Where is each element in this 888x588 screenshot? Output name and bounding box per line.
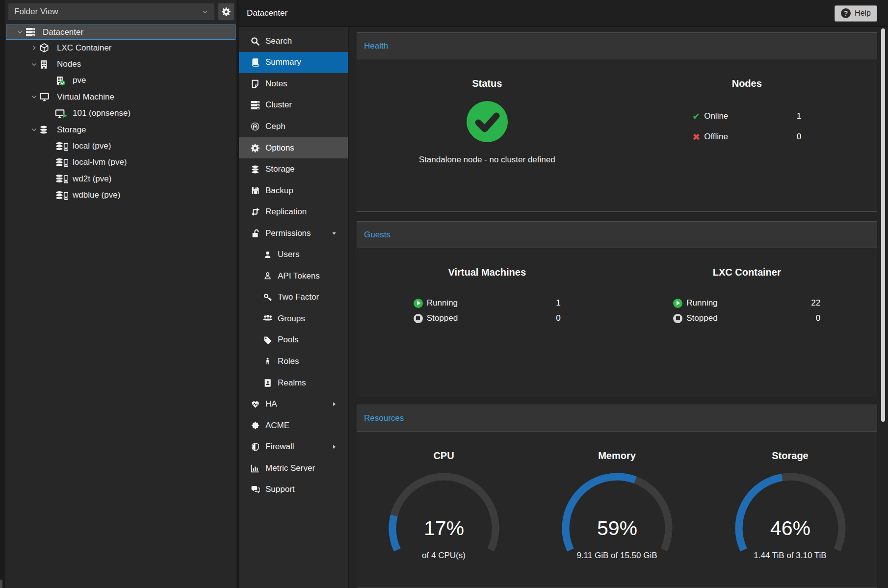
cluster-status-column: Status Standalone node - no cluster defi…	[357, 59, 617, 211]
play-circle-icon	[673, 299, 682, 308]
tree-item-pve[interactable]: pve	[5, 73, 236, 89]
cross-icon: ✖	[692, 132, 700, 142]
menu-item-groups[interactable]: Groups	[239, 308, 348, 330]
menu-item-firewall[interactable]: Firewall	[239, 436, 348, 458]
ceph-icon	[249, 122, 261, 131]
tree-settings-button[interactable]	[218, 3, 235, 21]
tree-item-virtual-machine[interactable]: Virtual Machine	[5, 89, 236, 105]
menu-item-label: Roles	[278, 357, 299, 366]
menu-item-pools[interactable]: Pools	[239, 330, 348, 351]
status-title: Status	[472, 78, 502, 89]
status-value: 0	[797, 132, 801, 142]
menu-item-label: Pools	[278, 335, 299, 345]
menu-item-metric-server[interactable]: Metric Server	[239, 458, 348, 479]
tree-toolbar: Folder View	[5, 0, 236, 24]
tree-item-label: Virtual Machine	[57, 92, 114, 102]
menu-item-label: Permissions	[265, 229, 311, 238]
menu-item-summary[interactable]: Summary	[239, 52, 348, 74]
help-button[interactable]: ? Help	[835, 5, 877, 22]
tree-item-label: Nodes	[57, 59, 81, 69]
health-panel-body: Status Standalone node - no cluster defi…	[357, 59, 877, 211]
menu-item-api-tokens[interactable]: API Tokens	[239, 265, 348, 287]
tree-expander-chevron-right-icon[interactable]	[28, 45, 39, 51]
cube-icon	[39, 43, 57, 52]
menu-item-cluster[interactable]: Cluster	[239, 95, 348, 116]
gauge-storage: Storage46%1.44 TiB of 3.10 TiB	[704, 432, 877, 588]
nodes-title: Nodes	[732, 78, 762, 89]
tree-item-wdblue-pve[interactable]: wdblue (pve)	[5, 187, 236, 204]
guests-panel-header: Guests	[357, 222, 877, 248]
menu-item-options[interactable]: Options	[239, 137, 348, 159]
resource-tree-panel: Folder View DatacenterLXC ContainerNodes…	[5, 0, 239, 588]
address-book-icon	[261, 379, 273, 387]
badge-icon	[249, 421, 261, 430]
status-value: 1	[797, 111, 801, 121]
tree-item-local-pve[interactable]: local (pve)	[5, 138, 236, 154]
menu-item-ceph[interactable]: Ceph	[239, 116, 348, 137]
tree-item-101-opnsense[interactable]: 101 (opnsense)	[5, 105, 236, 122]
status-row-online: ✔Online1	[692, 110, 801, 123]
view-mode-select[interactable]: Folder View	[8, 3, 215, 21]
gauge-percent: 46%	[770, 517, 810, 539]
menu-item-backup[interactable]: Backup	[239, 180, 348, 202]
tree-expander-chevron-down-icon[interactable]	[28, 61, 39, 68]
menu-item-permissions[interactable]: Permissions	[239, 223, 348, 244]
guests-rows: Running22Stopped0	[673, 297, 820, 325]
menu-item-two-factor[interactable]: Two Factor	[239, 287, 348, 308]
database-icon	[249, 165, 261, 174]
stop-circle-icon	[673, 314, 682, 323]
chevron-down-icon	[202, 8, 209, 15]
tree-item-storage[interactable]: Storage	[5, 122, 236, 138]
gauge-arc: 17%	[378, 468, 510, 553]
caret-right-icon	[331, 444, 337, 450]
menu-item-support[interactable]: Support	[239, 479, 348, 500]
search-icon	[249, 37, 261, 46]
menu-item-label: Users	[278, 250, 299, 259]
status-label: Running	[427, 298, 458, 308]
tree-item-lxc-container[interactable]: LXC Container	[5, 40, 236, 56]
tree-item-datacenter[interactable]: Datacenter	[6, 25, 235, 40]
database-drive-icon	[55, 174, 73, 183]
menu-item-label: Summary	[265, 57, 301, 67]
guests-column-title: Virtual Machines	[448, 267, 526, 278]
menu-item-search[interactable]: Search	[239, 30, 348, 52]
tree-item-nodes[interactable]: Nodes	[5, 56, 236, 72]
gauge-memory: Memory59%9.11 GiB of 15.50 GiB	[530, 432, 704, 588]
status-label: Offline	[704, 132, 728, 142]
scrollbar-thumb[interactable]	[881, 28, 885, 422]
shield-icon	[249, 443, 261, 451]
tree-item-wd2t-pve[interactable]: wd2t (pve)	[5, 171, 236, 187]
menu-item-acme[interactable]: ACME	[239, 415, 348, 436]
check-icon: ✔	[692, 112, 700, 121]
menu-item-replication[interactable]: Replication	[239, 201, 348, 223]
window-edge	[0, 0, 5, 588]
tree-item-local-lvm-pve[interactable]: local-lvm (pve)	[5, 154, 236, 171]
caret-right-icon	[331, 401, 337, 407]
person-icon	[261, 357, 273, 365]
menu-item-ha[interactable]: HA	[239, 393, 348, 415]
menu-item-realms[interactable]: Realms	[239, 372, 348, 394]
menu-item-users[interactable]: Users	[239, 244, 348, 265]
status-row-stopped: Stopped0	[414, 312, 561, 325]
tree-expander-chevron-down-icon[interactable]	[28, 127, 39, 133]
tree-item-label: local (pve)	[73, 141, 111, 151]
gauge-arc: 59%	[551, 468, 683, 553]
menu-item-label: Support	[265, 485, 295, 494]
menu-item-notes[interactable]: Notes	[239, 73, 348, 95]
menu-item-storage[interactable]: Storage	[239, 158, 348, 180]
server-stack-icon	[249, 101, 261, 110]
guests-column-1: LXC ContainerRunning22Stopped0	[617, 248, 877, 397]
tree-item-label: LXC Container	[57, 43, 112, 53]
tree-expander-chevron-down-icon[interactable]	[14, 29, 25, 35]
server-stack-icon	[25, 27, 43, 37]
menu-item-label: Cluster	[265, 100, 292, 110]
tree-item-label: 101 (opnsense)	[73, 108, 131, 118]
monitor-play-icon	[55, 109, 73, 118]
menu-item-roles[interactable]: Roles	[239, 351, 348, 372]
tree-expander-chevron-down-icon[interactable]	[28, 94, 39, 100]
nodes-rows: ✔Online1✖Offline0	[692, 110, 801, 143]
health-panel: Health Status Standalone node - no clust…	[357, 32, 877, 212]
guests-column-title: LXC Container	[713, 267, 781, 278]
status-label: Running	[686, 298, 717, 308]
guests-column-0: Virtual MachinesRunning1Stopped0	[357, 248, 617, 397]
